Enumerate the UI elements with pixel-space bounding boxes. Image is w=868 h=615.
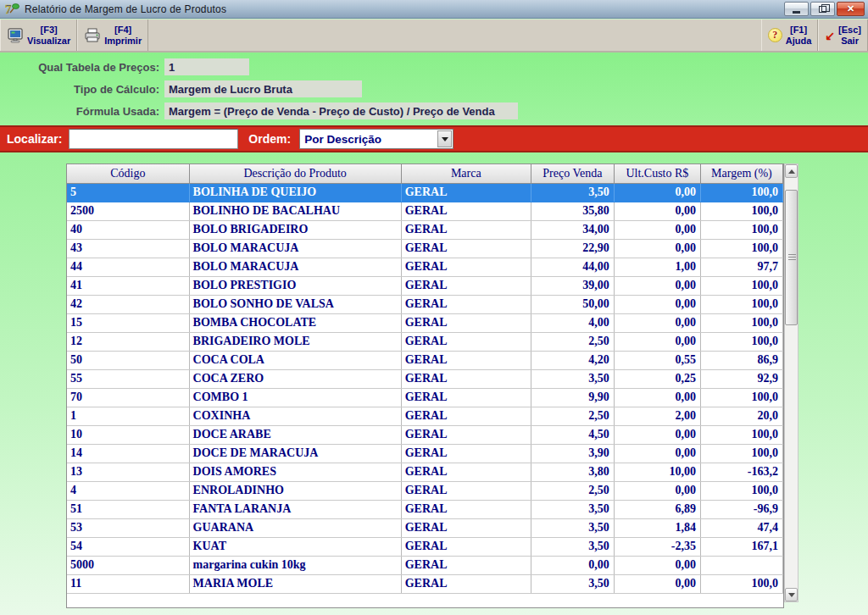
- maximize-button[interactable]: [810, 2, 835, 16]
- cell: 10: [67, 425, 189, 444]
- cell: 41: [67, 276, 189, 295]
- table-row[interactable]: 2500BOLINHO DE BACALHAUGERAL35,800,00100…: [67, 202, 783, 220]
- cell: 11: [67, 574, 189, 593]
- cell: GERAL: [401, 518, 531, 537]
- cell: 43: [67, 239, 189, 258]
- cell: 3,50: [531, 500, 614, 518]
- toolbar: [F3] Visualizar [F4] Imprimir ? [F1] Aju…: [0, 19, 868, 53]
- cell: 6,89: [614, 500, 700, 518]
- close-button[interactable]: ✕: [837, 2, 865, 16]
- cell: 100,0: [700, 295, 782, 313]
- column-header[interactable]: Descrição do Produto: [189, 164, 401, 183]
- tipo-calculo-value: Margem de Lucro Bruta: [164, 80, 362, 97]
- cell: 0,00: [614, 183, 700, 202]
- table-row[interactable]: 15BOMBA CHOCOLATEGERAL4,000,00100,0: [67, 313, 783, 332]
- ordem-select[interactable]: Por Descrição: [299, 129, 453, 149]
- toolbar-spacer: [148, 19, 761, 51]
- localizar-input[interactable]: [69, 129, 238, 149]
- cell: GERAL: [401, 388, 531, 407]
- cell: GERAL: [401, 313, 531, 332]
- cell: 0,00: [614, 388, 700, 407]
- cell: GERAL: [401, 537, 531, 556]
- table-row[interactable]: 55COCA ZEROGERAL3,500,2592,9: [67, 369, 783, 388]
- table-row[interactable]: 43BOLO MARACUJAGERAL22,900,00100,0: [67, 239, 783, 258]
- scrollbar-grip: [788, 254, 796, 261]
- cell: GERAL: [401, 295, 531, 313]
- cell: 100,0: [700, 332, 782, 351]
- scrollbar-thumb[interactable]: [785, 190, 798, 325]
- cell: 1,84: [614, 518, 700, 537]
- cell: 0,00: [614, 481, 700, 500]
- svg-text:7: 7: [5, 3, 12, 15]
- sair-button[interactable]: ↙ [Esc] Sair: [818, 19, 868, 51]
- column-header[interactable]: Preço Venda: [531, 164, 614, 183]
- cell: 55: [67, 369, 189, 388]
- products-grid: CódigoDescrição do ProdutoMarcaPreço Ven…: [66, 163, 784, 608]
- cell: GERAL: [401, 202, 531, 220]
- table-row[interactable]: 44BOLO MARACUJAGERAL44,001,0097,7: [67, 258, 783, 276]
- table-row[interactable]: 10DOCE ARABEGERAL4,500,00100,0: [67, 425, 783, 444]
- table-row[interactable]: 12BRIGADEIRO MOLEGERAL2,500,00100,0: [67, 332, 783, 351]
- table-row[interactable]: 42BOLO SONHO DE VALSAGERAL50,000,00100,0: [67, 295, 783, 313]
- cell: 12: [67, 332, 189, 351]
- table-row[interactable]: 5000margarina cukin 10kgGERAL0,000,00: [67, 556, 783, 574]
- table-row[interactable]: 1COXINHAGERAL2,502,0020,0: [67, 407, 783, 425]
- cell: GERAL: [401, 574, 531, 593]
- cell: BOLINHA DE QUEIJO: [189, 183, 401, 202]
- cell: GERAL: [401, 463, 531, 481]
- table-row[interactable]: 13DOIS AMORESGERAL3,8010,00-163,2: [67, 463, 783, 481]
- cell: BOLINHO DE BACALHAU: [189, 202, 401, 220]
- cell: 20,0: [700, 407, 782, 425]
- table-row[interactable]: 40BOLO BRIGADEIROGERAL34,000,00100,0: [67, 220, 783, 239]
- table-row[interactable]: 54KUATGERAL3,50-2,35167,1: [67, 537, 783, 556]
- cell: 51: [67, 500, 189, 518]
- help-icon: ?: [768, 28, 782, 42]
- table-row[interactable]: 51FANTA LARANJAGERAL3,506,89-96,9: [67, 500, 783, 518]
- exit-arrow-icon: ↙: [825, 30, 835, 42]
- imprimir-button[interactable]: [F4] Imprimir: [77, 19, 148, 51]
- table-row[interactable]: 50COCA COLAGERAL4,200,5586,9: [67, 351, 783, 369]
- cell: BOMBA CHOCOLATE: [189, 313, 401, 332]
- params-panel: Qual Tabela de Preços: 1 Tipo de Cálculo…: [0, 53, 868, 125]
- ajuda-button[interactable]: ? [F1] Ajuda: [761, 19, 819, 51]
- table-body: 5BOLINHA DE QUEIJOGERAL3,500,00100,02500…: [67, 183, 783, 593]
- minimize-button[interactable]: [784, 2, 809, 16]
- column-header[interactable]: Ult.Custo R$: [614, 164, 700, 183]
- table-row[interactable]: 70COMBO 1GERAL9,900,00100,0: [67, 388, 783, 407]
- cell: 97,7: [700, 258, 782, 276]
- tipo-calculo-label: Tipo de Cálculo:: [0, 83, 164, 96]
- cell: COXINHA: [189, 407, 401, 425]
- formula-usada-value: Margem = (Preço de Venda - Preço de Cust…: [164, 102, 518, 119]
- cell: 100,0: [700, 276, 782, 295]
- table-row[interactable]: 53GUARANAGERAL3,501,8447,4: [67, 518, 783, 537]
- cell: 0,25: [614, 369, 700, 388]
- cell: 4,20: [531, 351, 614, 369]
- cell: 4,00: [531, 313, 614, 332]
- scroll-up-icon[interactable]: [785, 164, 798, 178]
- cell: 70: [67, 388, 189, 407]
- cell: BOLO BRIGADEIRO: [189, 220, 401, 239]
- cell: 44,00: [531, 258, 614, 276]
- minimize-icon: [793, 11, 800, 14]
- cell: 47,4: [700, 518, 782, 537]
- combo-arrow-icon[interactable]: [437, 130, 452, 147]
- cell: 100,0: [700, 574, 782, 593]
- column-header[interactable]: Marca: [401, 164, 531, 183]
- cell: GERAL: [401, 556, 531, 574]
- table-row[interactable]: 11MARIA MOLEGERAL3,500,00100,0: [67, 574, 783, 593]
- table-row[interactable]: 41BOLO PRESTIGIOGERAL39,000,00100,0: [67, 276, 783, 295]
- printer-icon: [84, 28, 101, 43]
- cell: 0,00: [614, 574, 700, 593]
- cell: 167,1: [700, 537, 782, 556]
- table-row[interactable]: 4ENROLADINHOGERAL2,500,00100,0: [67, 481, 783, 500]
- cell: 100,0: [700, 481, 782, 500]
- column-header[interactable]: Margem (%): [700, 164, 782, 183]
- table-row[interactable]: 14DOCE DE MARACUJAGERAL3,900,00100,0: [67, 444, 783, 463]
- cell: 4: [67, 481, 189, 500]
- visualizar-button[interactable]: [F3] Visualizar: [0, 19, 77, 51]
- scroll-down-icon[interactable]: [785, 588, 798, 601]
- table-row[interactable]: 5BOLINHA DE QUEIJOGERAL3,500,00100,0: [67, 183, 783, 202]
- column-header[interactable]: Código: [67, 164, 189, 183]
- vertical-scrollbar[interactable]: [784, 163, 798, 602]
- cell: GERAL: [401, 444, 531, 463]
